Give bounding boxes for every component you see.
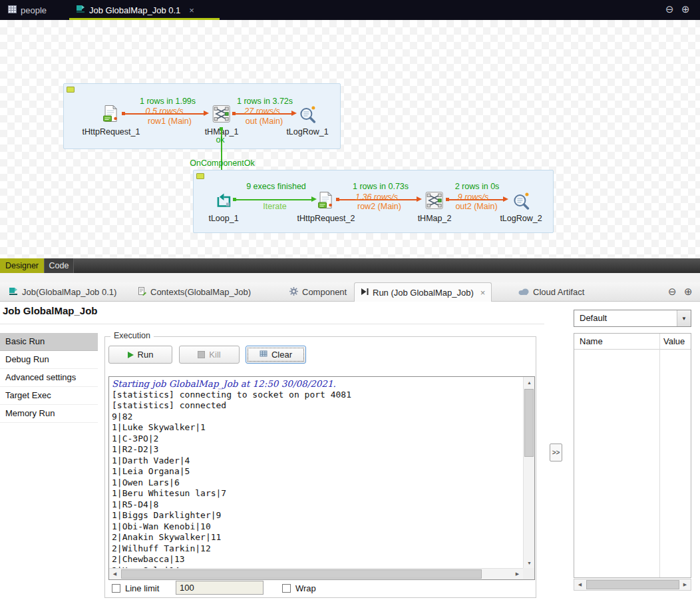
arrowhead-icon [204,111,209,116]
title-divider [0,324,544,324]
vertical-scrollbar-thumb[interactable] [524,389,534,457]
connection-stats: 1 rows in 3.72s [237,97,293,106]
clear-button[interactable]: Clear [246,346,306,364]
sidebar-item-advanced-settings[interactable]: Advanced settings [0,369,98,387]
scrollbar-corner [523,568,534,579]
context-table: Name Value [574,333,691,578]
minimize-icon[interactable]: ⊖ [665,4,674,15]
job-icon [76,5,85,15]
editor-tab-bar: people Job GlobalMap_Job 0.1 × ⊖ ⊕ [0,0,700,20]
sidebar-item-memory-run[interactable]: Memory Run [0,405,98,423]
execution-console: Starting job GlobalMap_Job at 12:50 30/0… [108,376,535,580]
tab-component[interactable]: Component [283,282,353,302]
component-thmap-2[interactable]: tHMap_2 [418,191,452,223]
connection-iterate[interactable] [236,199,311,200]
tab-label: Job(GlobalMap_Job 0.1) [22,287,116,297]
arrowhead-icon [291,111,297,116]
connection-name[interactable]: row1 (Main) [148,117,192,126]
arrowhead-icon [311,196,317,202]
tab-label: people [21,5,47,15]
scroll-down-icon[interactable]: ▼ [524,557,535,568]
page-title: Job GlobalMap_Job [3,305,98,316]
connection-name[interactable]: out2 (Main) [455,202,497,211]
close-icon[interactable]: × [480,288,486,298]
play-icon [128,352,134,358]
tab-run[interactable]: Run (Job GlobalMap_Job) × [354,282,492,302]
connection-name[interactable]: out (Main) [246,117,283,126]
thmap-icon [212,105,232,126]
run-button[interactable]: Run [108,346,172,364]
component-label: tLogRow_2 [500,214,542,223]
component-thttprequest-1[interactable]: tHttpRequest_1 [83,105,140,137]
tab-label: Run (Job GlobalMap_Job) [373,288,474,298]
console-vertical-scrollbar: ▲ ▼ [523,377,534,568]
connection-stats: 1 rows in 1.99s [140,97,196,106]
component-tloop-1[interactable]: tLoop_1 [208,191,238,223]
component-icon [289,287,298,298]
console-output[interactable]: Starting job GlobalMap_Job at 12:50 30/0… [109,377,523,568]
kill-button[interactable]: Kill [179,346,240,364]
scroll-left-icon[interactable]: ◀ [109,569,120,579]
column-header-name: Name [580,336,603,346]
sidebar-item-target-exec[interactable]: Target Exec [0,387,98,405]
tab-job-globalmap[interactable]: Job GlobalMap_Job 0.1 × [69,0,220,20]
horizontal-scrollbar-thumb[interactable] [121,569,482,579]
tab-people[interactable]: people [0,0,75,20]
component-tlogrow-1[interactable]: tLogRow_1 [286,105,328,137]
run-button-label: Run [138,350,154,360]
maximize-icon[interactable]: ⊕ [684,286,693,297]
tab-code[interactable]: Code [44,258,74,273]
scroll-left-icon[interactable]: ◀ [574,579,586,590]
view-tab-bar: Designer Code [0,258,700,273]
connection-stats: 9 execs finished [246,182,306,191]
arrowhead-icon [417,196,422,202]
line-limit-input[interactable] [176,581,263,595]
design-canvas[interactable]: tHttpRequest_1 tHMap_1 tLogRow_1 1 rows … [0,20,700,258]
tab-cloud-artifact[interactable]: Cloud Artifact [512,282,590,302]
dropdown-arrow-icon[interactable]: ▼ [677,310,691,326]
tab-contexts[interactable]: Contexts(GlobalMap_Job) [132,282,257,302]
ok-label: ok [216,135,224,145]
maximize-icon[interactable]: ⊕ [681,4,690,15]
console-horizontal-scrollbar: ◀ ▶ [109,568,523,579]
tab-designer[interactable]: Designer [0,258,44,273]
thmap-icon [425,191,444,212]
tloop-icon [215,191,232,212]
minimize-icon[interactable]: ⊖ [668,286,677,297]
run-icon [361,288,369,298]
component-thttprequest-2[interactable]: tHttpRequest_2 [297,191,355,223]
talend-studio-window: people Job GlobalMap_Job 0.1 × ⊖ ⊕ tHttp… [0,0,700,606]
expand-context-button[interactable]: >> [550,444,562,461]
scroll-right-icon[interactable]: ▶ [679,579,691,590]
scroll-up-icon[interactable]: ▲ [524,377,535,388]
sidebar-item-debug-run[interactable]: Debug Run [0,351,98,369]
line-limit-label: Line limit [125,583,159,593]
connection-rate: 1.36 rows/s [355,192,398,202]
run-view: Job GlobalMap_Job Basic Run Debug Run Ad… [0,302,700,606]
trigger-label[interactable]: OnComponentOk [190,158,254,168]
wrap-checkbox[interactable] [282,584,291,593]
tab-job-view[interactable]: Job(GlobalMap_Job 0.1) [3,282,122,302]
subjob-collapse-icon[interactable] [67,87,75,93]
context-select[interactable]: Default ▼ [574,310,691,327]
tab-label: Contexts(GlobalMap_Job) [150,287,251,297]
header-divider [574,349,691,350]
subjob-collapse-icon[interactable] [196,173,204,179]
arrowhead-icon [503,196,508,202]
connection-rate: 0.5 rows/s [146,107,184,116]
connection-name[interactable]: row2 (Main) [357,202,401,211]
horizontal-scrollbar-thumb[interactable] [586,580,679,589]
connection-name[interactable]: Iterate [263,202,286,211]
tab-label: Cloud Artifact [533,287,584,297]
close-icon[interactable]: × [189,5,194,15]
connection-stats: 1 rows in 0.73s [353,182,409,191]
cloud-icon [518,287,529,297]
line-limit-checkbox[interactable] [112,584,120,593]
component-label: tHttpRequest_2 [297,214,355,223]
sidebar-item-basic-run[interactable]: Basic Run [0,333,98,351]
column-divider [659,334,660,577]
thttprequest-icon [103,105,119,126]
component-label: tLoop_1 [208,214,238,223]
scroll-right-icon[interactable]: ▶ [512,569,523,579]
component-label: tLogRow_1 [286,127,328,137]
